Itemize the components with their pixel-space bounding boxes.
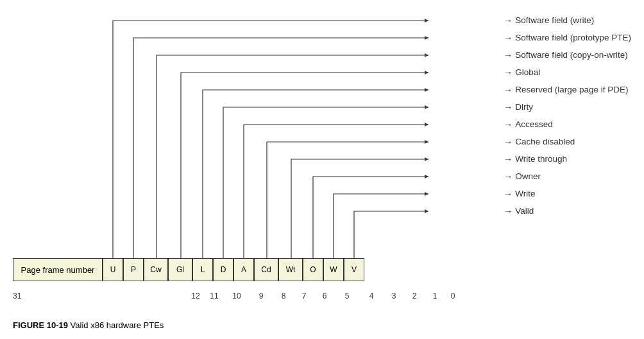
bit-4: 4 (359, 291, 384, 300)
arrow-3: → (504, 67, 513, 78)
arrow-7: → (504, 137, 513, 147)
caption-bold: FIGURE 10-19 (13, 320, 68, 330)
svg-marker-1 (425, 36, 428, 40)
label-valid: → Valid (504, 202, 631, 220)
label-write: → Write (504, 185, 631, 202)
arrow-0: → (504, 15, 513, 26)
label-software-write: → Software field (write) (504, 12, 631, 29)
diagram-container: Page frame number U P Cw Gl L D A Cd Wt … (0, 0, 644, 339)
arrow-9: → (504, 171, 513, 182)
bit-3: 3 (384, 291, 404, 300)
register-row: Page frame number U P Cw Gl L D A Cd Wt … (13, 258, 364, 281)
arrow-11: → (504, 206, 513, 216)
label-dirty: → Dirty (504, 98, 631, 116)
svg-marker-6 (425, 123, 428, 126)
label-global: → Global (504, 64, 631, 81)
reg-cell-p: P (123, 258, 144, 281)
reg-cell-l: L (192, 258, 213, 281)
arrow-6: → (504, 119, 513, 130)
bit-10: 10 (225, 291, 249, 300)
arrow-10: → (504, 189, 513, 199)
arrow-4: → (504, 85, 513, 95)
bit-2: 2 (404, 291, 425, 300)
arrow-5: → (504, 102, 513, 112)
svg-marker-3 (425, 71, 428, 74)
reg-cell-a: A (233, 258, 254, 281)
svg-marker-11 (425, 209, 428, 213)
reg-cell-gl: Gl (168, 258, 192, 281)
label-software-prototype: → Software field (prototype PTE) (504, 29, 631, 46)
label-owner: → Owner (504, 168, 631, 185)
bit-1: 1 (425, 291, 445, 300)
figure-caption: FIGURE 10-19 Valid x86 hardware PTEs (13, 320, 164, 330)
bit-numbers-row: 31 12 11 10 9 8 7 6 5 4 3 2 1 0 (13, 291, 461, 300)
svg-marker-5 (425, 105, 428, 109)
label-write-through: → Write through (504, 150, 631, 168)
label-cache-disabled: → Cache disabled (504, 133, 631, 150)
bit-9: 9 (249, 291, 273, 300)
bit-31: 31 (13, 291, 21, 300)
arrow-1: → (504, 33, 513, 43)
bit-6: 6 (314, 291, 335, 300)
svg-marker-7 (425, 140, 428, 144)
bit-11: 11 (204, 291, 225, 300)
label-software-cow: → Software field (copy-on-write) (504, 46, 631, 64)
labels-column: → Software field (write) → Software fiel… (504, 12, 631, 220)
reg-cell-u: U (103, 258, 123, 281)
svg-marker-0 (425, 19, 428, 22)
svg-marker-4 (425, 88, 428, 92)
caption-normal: Valid x86 hardware PTEs (68, 320, 164, 330)
bit-0: 0 (445, 291, 461, 300)
svg-marker-9 (425, 175, 428, 178)
svg-marker-8 (425, 157, 428, 161)
svg-marker-2 (425, 53, 428, 57)
bit-5: 5 (335, 291, 359, 300)
reg-cell-o: O (303, 258, 323, 281)
label-reserved: → Reserved (large page if PDE) (504, 81, 631, 98)
arrow-2: → (504, 50, 513, 60)
reg-cell-pfn: Page frame number (13, 258, 103, 281)
svg-marker-10 (425, 192, 428, 196)
reg-cell-wt: Wt (278, 258, 303, 281)
label-accessed: → Accessed (504, 116, 631, 133)
reg-cell-w: W (323, 258, 344, 281)
reg-cell-d: D (213, 258, 233, 281)
bit-7: 7 (294, 291, 314, 300)
reg-cell-cd: Cd (254, 258, 278, 281)
bit-8: 8 (273, 291, 294, 300)
reg-cell-v: V (344, 258, 364, 281)
arrow-8: → (504, 154, 513, 164)
bit-12: 12 (187, 291, 204, 300)
reg-cell-cw: Cw (144, 258, 168, 281)
